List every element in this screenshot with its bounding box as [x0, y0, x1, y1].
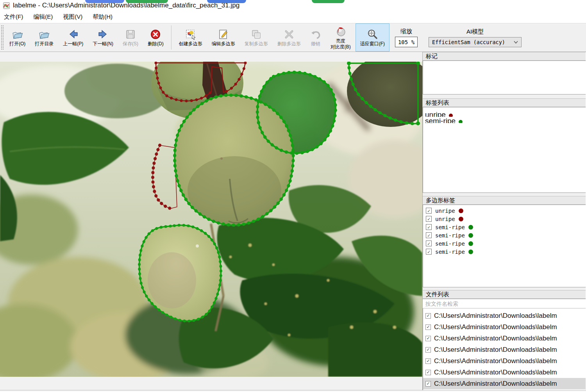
toolbar-open-dir-button[interactable]: 打开目录: [30, 23, 58, 52]
toolbar-brightness-contrast-button[interactable]: 亮度对比度(B): [326, 23, 356, 52]
label-color-dot: [449, 114, 453, 117]
polygon-label-item[interactable]: ✓semi-ripe: [423, 223, 586, 231]
toolbar-button-label: 删除多边形: [277, 41, 301, 47]
file-path-text: C:\Users\Administrator\Downloads\labelm: [434, 346, 557, 354]
checkbox[interactable]: ✓: [425, 370, 431, 375]
checkbox[interactable]: ✓: [425, 381, 431, 387]
label-text: semi-ripe: [425, 117, 456, 123]
file-list-item[interactable]: ✓C:\Users\Administrator\Downloads\labelm: [423, 310, 586, 321]
polygon-label-list[interactable]: ✓unripe✓unripe✓semi-ripe✓semi-ripe✓semi-…: [423, 205, 586, 287]
polygon-label-text: unripe: [435, 208, 455, 214]
file-list-item[interactable]: ✓C:\Users\Administrator\Downloads\labelm: [423, 367, 586, 378]
file-list[interactable]: ✓C:\Users\Administrator\Downloads\labelm…: [423, 308, 586, 392]
polygon-label-item[interactable]: ✓semi-ripe: [423, 239, 586, 248]
undo-icon: [310, 28, 321, 40]
checkbox[interactable]: ✓: [425, 313, 431, 319]
file-path-text: C:\Users\Administrator\Downloads\labelm: [434, 369, 557, 376]
toolbar-save-button[interactable]: 保存(S): [118, 23, 143, 52]
toolbar-button-label: 下一幅(N): [93, 41, 113, 47]
toolbar-open-button[interactable]: 打开(O): [5, 23, 30, 52]
polygon-labels-title: 多边形标签: [426, 197, 455, 204]
window-title: labelme - C:\Users\Administrator\Downloa…: [13, 2, 239, 9]
ai-model-value: EfficientSam (accuracy): [432, 39, 505, 45]
checkbox[interactable]: ✓: [425, 358, 431, 364]
zoom-spinbox[interactable]: 105 %: [395, 37, 418, 47]
label-list[interactable]: unripesemi-ripe: [423, 107, 586, 193]
side-panel: 标记 标签列表 unripesemi-ripe 多边形标签 ✓unripe✓un…: [423, 52, 586, 392]
checkbox[interactable]: ✓: [425, 336, 431, 341]
toolbar-button-label: 编辑多边形: [212, 41, 235, 47]
edit-polygon-icon: [218, 28, 229, 40]
delete-polygon-icon: [284, 28, 295, 40]
file-list-panel-header: 文件列表: [423, 290, 586, 299]
menu-file[interactable]: 文件(F): [4, 13, 23, 21]
arrow-left-icon: [68, 28, 79, 40]
zoom-group: 缩放 105 %: [389, 23, 423, 52]
checkbox[interactable]: ✓: [426, 232, 432, 238]
file-search-input[interactable]: [423, 299, 586, 308]
image-canvas[interactable]: [0, 62, 422, 377]
arrow-right-icon: [98, 28, 109, 40]
polygon-label-text: semi-ripe: [435, 224, 465, 230]
checkbox[interactable]: ✓: [426, 224, 432, 230]
labelme-window: labelme - C:\Users\Administrator\Downloa…: [0, 0, 586, 392]
toolbar-button-label: 复制多边形: [245, 41, 268, 47]
labelme-logo-icon: [3, 2, 10, 9]
toolbar-undo-button[interactable]: 撤销: [306, 23, 326, 52]
checkbox[interactable]: ✓: [426, 208, 432, 214]
toolbar-button-label: 上一幅(P): [63, 41, 83, 47]
menu-view[interactable]: 视图(V): [63, 13, 82, 21]
label-list-item[interactable]: unripe: [423, 110, 586, 117]
file-list-item[interactable]: ✓C:\Users\Administrator\Downloads\labelm: [423, 333, 586, 344]
file-path-text: C:\Users\Administrator\Downloads\labelm: [434, 312, 557, 320]
checkbox[interactable]: ✓: [425, 347, 431, 353]
toolbar-button-label: 亮度对比度(B): [331, 38, 351, 50]
checkbox[interactable]: ✓: [426, 241, 432, 246]
checkbox[interactable]: ✓: [426, 249, 432, 255]
ai-model-dropdown[interactable]: EfficientSam (accuracy): [429, 37, 522, 47]
canvas-area[interactable]: [0, 52, 423, 392]
chevron-down-icon: [514, 39, 518, 45]
polygon-label-item[interactable]: ✓semi-ripe: [423, 248, 586, 256]
toolbar-prev-image-button[interactable]: 上一幅(P): [58, 23, 88, 52]
polygon-label-text: semi-ripe: [435, 249, 465, 255]
file-list-item[interactable]: ✓C:\Users\Administrator\Downloads\labelm: [423, 355, 586, 367]
polygon-label-text: semi-ripe: [435, 241, 465, 247]
toolbar-edit-polygon-button[interactable]: 编辑多边形: [207, 23, 240, 52]
flags-panel-header: 标记: [423, 52, 586, 61]
file-list-title: 文件列表: [426, 291, 449, 298]
fit-window-icon: [367, 28, 378, 40]
toolbar-next-image-button[interactable]: 下一幅(N): [88, 23, 118, 52]
toolbar-create-polygon-button[interactable]: 创建多边形: [174, 23, 207, 52]
toolbar-delete-file-button[interactable]: 删除(D): [143, 23, 168, 52]
toolbar-grip-handle[interactable]: [1, 25, 4, 50]
file-list-item[interactable]: ✓C:\Users\Administrator\Downloads\labelm: [423, 321, 586, 333]
delete-icon: [150, 28, 161, 40]
menu-help[interactable]: 帮助(H): [93, 13, 113, 21]
label-color-dot: [459, 217, 463, 221]
toolbar-copy-polygon-button[interactable]: 复制多边形: [240, 23, 273, 52]
toolbar: 打开(O)打开目录上一幅(P)下一幅(N)保存(S)删除(D)创建多边形编辑多边…: [0, 23, 586, 52]
checkbox[interactable]: ✓: [425, 324, 431, 330]
file-list-item[interactable]: ✓C:\Users\Administrator\Downloads\labelm: [423, 344, 586, 355]
toolbar-button-label: 打开(O): [9, 41, 25, 47]
copy-polygon-icon: [251, 28, 262, 40]
polygon-label-text: unripe: [435, 216, 455, 222]
file-path-text: C:\Users\Administrator\Downloads\labelm: [434, 323, 557, 331]
label-list-item[interactable]: semi-ripe: [423, 117, 586, 123]
polygon-label-text: semi-ripe: [435, 232, 465, 239]
brightness-icon: [335, 25, 346, 37]
toolbar-delete-polygon-button[interactable]: 删除多边形: [273, 23, 306, 52]
flags-list[interactable]: [423, 61, 586, 94]
polygon-label-item[interactable]: ✓semi-ripe: [423, 231, 586, 239]
file-list-item-selected[interactable]: ✓C:\Users\Administrator\Downloads\labelm: [423, 378, 586, 389]
toolbar-button-label: 创建多边形: [179, 41, 202, 47]
top-artifact-pill-3: [312, 0, 345, 3]
polygon-label-item[interactable]: ✓unripe: [423, 215, 586, 223]
toolbar-fit-window-button[interactable]: 适应窗口(F): [356, 23, 389, 52]
menu-edit[interactable]: 编辑(E): [33, 13, 53, 21]
create-polygon-icon: [185, 28, 196, 40]
polygon-label-item[interactable]: ✓unripe: [423, 207, 586, 215]
checkbox[interactable]: ✓: [426, 216, 432, 222]
zoom-label: 缩放: [400, 28, 412, 35]
